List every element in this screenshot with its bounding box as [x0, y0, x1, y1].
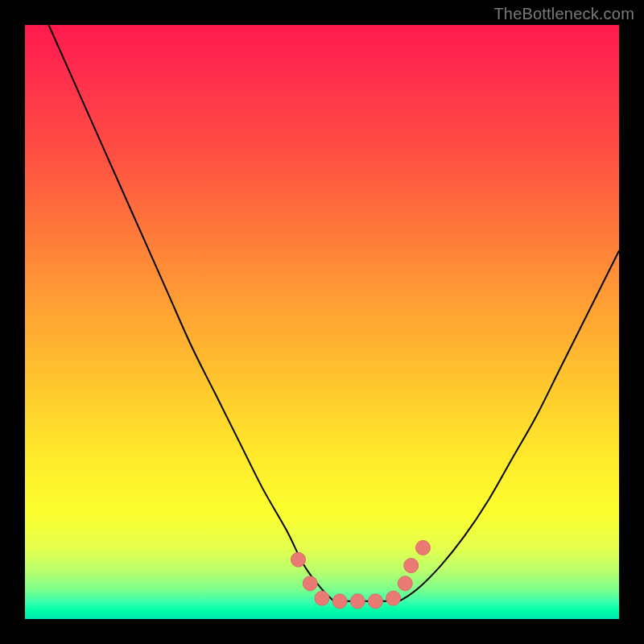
highlight-marker [386, 591, 401, 605]
highlight-marker [332, 594, 347, 609]
highlight-marker [398, 576, 412, 591]
highlight-marker [415, 540, 430, 555]
series-right-curve [399, 250, 619, 601]
highlight-marker [404, 559, 419, 573]
outer-frame: TheBottleneck.com [0, 0, 644, 644]
curve-layer [49, 25, 619, 601]
highlight-marker [315, 591, 329, 605]
highlight-marker [291, 552, 305, 567]
highlight-marker [350, 594, 365, 609]
series-left-curve [49, 25, 334, 601]
plot-area [25, 25, 619, 619]
watermark-text: TheBottleneck.com [493, 5, 634, 23]
highlight-marker [368, 594, 382, 609]
highlight-marker [303, 576, 317, 591]
marker-layer [291, 540, 430, 608]
chart-svg [25, 25, 619, 619]
